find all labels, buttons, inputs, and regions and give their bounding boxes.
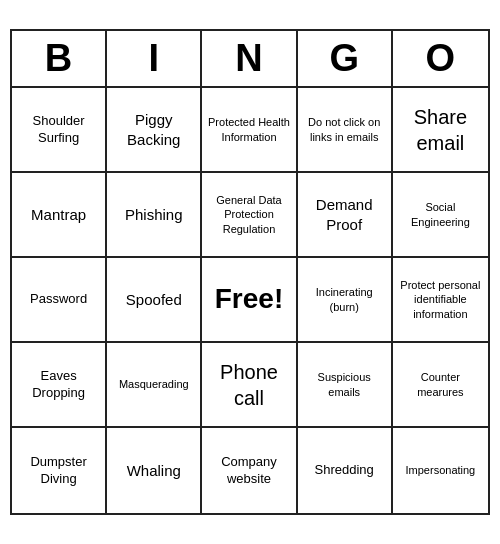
bingo-cell-3: Do not click on links in emails bbox=[298, 88, 393, 173]
bingo-cell-16: Masquerading bbox=[107, 343, 202, 428]
bingo-card: BINGO Shoulder SurfingPiggy BackingProte… bbox=[10, 29, 490, 515]
bingo-cell-4: Share email bbox=[393, 88, 488, 173]
bingo-header: BINGO bbox=[12, 31, 488, 88]
bingo-cell-24: Impersonating bbox=[393, 428, 488, 513]
bingo-cell-18: Suspicious emails bbox=[298, 343, 393, 428]
bingo-cell-22: Company website bbox=[202, 428, 297, 513]
bingo-cell-2: Protected Health Information bbox=[202, 88, 297, 173]
bingo-cell-17: Phone call bbox=[202, 343, 297, 428]
bingo-cell-23: Shredding bbox=[298, 428, 393, 513]
bingo-cell-19: Counter mearures bbox=[393, 343, 488, 428]
bingo-cell-14: Protect personal identifiable informatio… bbox=[393, 258, 488, 343]
bingo-cell-11: Spoofed bbox=[107, 258, 202, 343]
bingo-cell-20: Dumpster Diving bbox=[12, 428, 107, 513]
bingo-cell-5: Mantrap bbox=[12, 173, 107, 258]
bingo-cell-6: Phishing bbox=[107, 173, 202, 258]
bingo-letter-g: G bbox=[298, 31, 393, 86]
bingo-letter-i: I bbox=[107, 31, 202, 86]
bingo-cell-10: Password bbox=[12, 258, 107, 343]
bingo-cell-12: Free! bbox=[202, 258, 297, 343]
bingo-grid: Shoulder SurfingPiggy BackingProtected H… bbox=[12, 88, 488, 513]
bingo-cell-21: Whaling bbox=[107, 428, 202, 513]
bingo-cell-13: Incinerating (burn) bbox=[298, 258, 393, 343]
bingo-letter-b: B bbox=[12, 31, 107, 86]
bingo-letter-o: O bbox=[393, 31, 488, 86]
bingo-cell-9: Social Engineering bbox=[393, 173, 488, 258]
bingo-cell-1: Piggy Backing bbox=[107, 88, 202, 173]
bingo-cell-15: Eaves Dropping bbox=[12, 343, 107, 428]
bingo-cell-0: Shoulder Surfing bbox=[12, 88, 107, 173]
bingo-letter-n: N bbox=[202, 31, 297, 86]
bingo-cell-8: Demand Proof bbox=[298, 173, 393, 258]
bingo-cell-7: General Data Protection Regulation bbox=[202, 173, 297, 258]
